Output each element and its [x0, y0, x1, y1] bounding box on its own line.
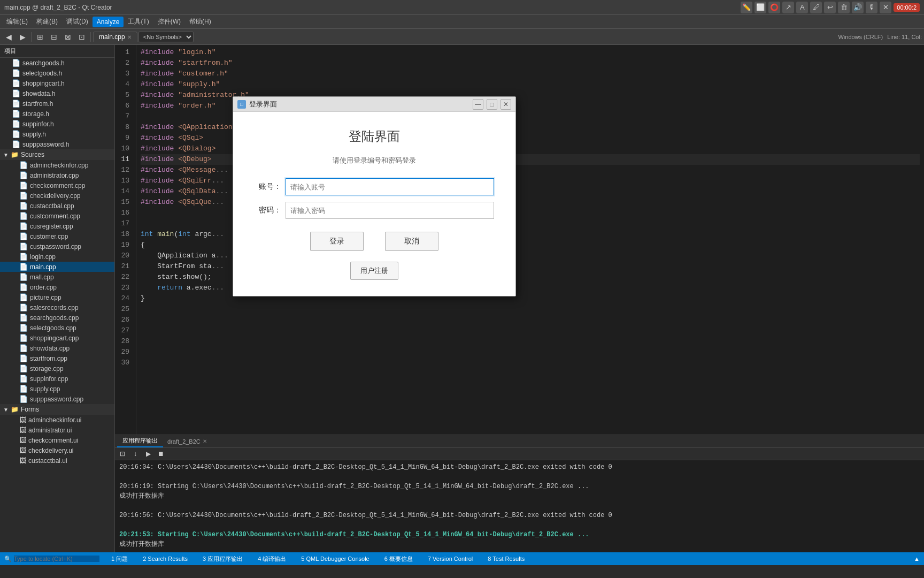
sidebar-item-suppinfor-h[interactable]: 📄 suppinfor.h: [0, 119, 114, 129]
tab-close-icon[interactable]: ✕: [127, 34, 132, 40]
sidebar-item-mall-cpp[interactable]: 📄 mall.cpp: [0, 272, 114, 282]
pencil-icon[interactable]: ✏️: [741, 2, 752, 13]
status-app-output[interactable]: 3 应用程序输出: [199, 555, 246, 563]
sidebar-item-admincheckinfor-cpp[interactable]: 📄 admincheckinfor.cpp: [0, 160, 114, 170]
toolbar-btn-6[interactable]: ⊡: [75, 31, 88, 43]
sidebar-item-checkcomment-ui[interactable]: 🖼 checkcomment.ui: [0, 435, 114, 445]
sidebar-item-picture-cpp[interactable]: 📄 picture.cpp: [0, 292, 114, 302]
sidebar-item-custacctbal-cpp[interactable]: 📄 custacctbal.cpp: [0, 201, 114, 211]
sidebar-item-checkcomment-cpp[interactable]: 📄 checkcomment.cpp: [0, 180, 114, 191]
ui-file-icon: 🖼: [19, 426, 26, 434]
menu-analyze[interactable]: Analyze: [93, 17, 124, 27]
sidebar-item-cusregister-cpp[interactable]: 📄 cusregister.cpp: [0, 221, 114, 231]
menu-help[interactable]: 帮助(H): [185, 16, 215, 28]
sidebar-item-storage-cpp[interactable]: 📄 storage.cpp: [0, 363, 114, 374]
menu-controls[interactable]: 控件(W): [153, 16, 185, 28]
sidebar-item-startfrom-cpp[interactable]: 📄 startfrom.cpp: [0, 353, 114, 363]
account-input[interactable]: [286, 178, 494, 195]
output-stop-btn[interactable]: ⏹: [156, 449, 166, 459]
tab-output[interactable]: 应用程序输出: [117, 435, 163, 447]
slash-icon[interactable]: ↗: [782, 2, 794, 13]
speaker-icon[interactable]: 🔊: [852, 2, 864, 13]
output-scroll-btn[interactable]: ↓: [130, 449, 141, 459]
mic-icon[interactable]: 🎙: [866, 2, 877, 13]
sidebar-item-showdata-cpp[interactable]: 📄 showdata.cpp: [0, 343, 114, 353]
sidebar-item-supply-h[interactable]: 📄 supply.h: [0, 129, 114, 139]
circle-icon[interactable]: ⭕: [768, 2, 780, 13]
code-line-30: [141, 358, 920, 368]
rectangle-icon[interactable]: ⬜: [754, 2, 766, 13]
cancel-btn[interactable]: 取消: [385, 232, 438, 251]
login-dialog[interactable]: □ 登录界面 — □ ✕ 登陆界面 请使用登录编号和密码登录 账号： 密码： 登…: [233, 96, 516, 296]
delete-icon[interactable]: 🗑: [838, 2, 850, 13]
dialog-minimize-btn[interactable]: —: [473, 99, 483, 110]
close-icon[interactable]: ✕: [880, 2, 891, 13]
password-input[interactable]: [286, 202, 494, 219]
output-tab-close-icon[interactable]: ✕: [203, 438, 207, 444]
sidebar-item-selectgoods-h[interactable]: 📄 selectgoods.h: [0, 68, 114, 78]
toolbar-btn-5[interactable]: ⊠: [61, 31, 74, 43]
dialog-close-btn[interactable]: ✕: [500, 99, 511, 110]
sidebar-item-showdata-h[interactable]: 📄 showdata.h: [0, 88, 114, 98]
menu-debug[interactable]: 调试(D): [62, 16, 93, 28]
search-input[interactable]: [14, 556, 99, 562]
menu-edit[interactable]: 编辑(E): [2, 16, 32, 28]
sidebar-item-shoppingcart-h[interactable]: 📄 shoppingcart.h: [0, 78, 114, 88]
file-icon: 📄: [19, 375, 28, 383]
status-search-results[interactable]: 2 Search Results: [140, 556, 191, 562]
login-btn[interactable]: 登录: [310, 232, 364, 251]
status-version-control[interactable]: 7 Version Control: [425, 556, 476, 562]
file-icon: 📄: [19, 171, 28, 179]
sidebar-item-admincheckinfor-ui[interactable]: 🖼 admincheckinfor.ui: [0, 415, 114, 425]
register-btn[interactable]: 用户注册: [350, 262, 398, 280]
forms-section[interactable]: ▼ 📁 Forms: [0, 404, 114, 415]
status-qml-debugger[interactable]: 5 QML Debugger Console: [298, 556, 372, 562]
sidebar-item-storage-h[interactable]: 📄 storage.h: [0, 109, 114, 119]
sidebar-item-customer-cpp[interactable]: 📄 customer.cpp: [0, 231, 114, 241]
sidebar-item-supply-cpp[interactable]: 📄 supply.cpp: [0, 384, 114, 394]
status-general-info[interactable]: 6 概要信息: [381, 555, 416, 563]
sidebar-item-searchgoods-cpp[interactable]: 📄 searchgoods.cpp: [0, 313, 114, 323]
toolbar-btn-4[interactable]: ⊟: [48, 31, 60, 43]
sidebar-item-checkdelivery-cpp[interactable]: 📄 checkdelivery.cpp: [0, 191, 114, 201]
highlight-icon[interactable]: 🖊: [810, 2, 822, 13]
dialog-maximize-btn[interactable]: □: [487, 99, 497, 110]
menu-build[interactable]: 构建(B): [32, 16, 62, 28]
timer-badge: 00:00:2: [894, 3, 920, 12]
sidebar-item-salesrecords-cpp[interactable]: 📄 salesrecords.cpp: [0, 302, 114, 313]
status-compile-output[interactable]: 4 编译输出: [255, 555, 289, 563]
sidebar-item-custpassword-cpp[interactable]: 📄 custpassword.cpp: [0, 241, 114, 252]
file-icon: 📄: [12, 120, 20, 128]
menu-tools[interactable]: 工具(T): [124, 16, 153, 28]
text-icon[interactable]: A: [796, 2, 808, 13]
sidebar-item-custacctbal-ui[interactable]: 🖼 custacctbal.ui: [0, 455, 114, 466]
toolbar-btn-3[interactable]: ⊞: [34, 31, 47, 43]
output-line-4: 成功打开数据库: [119, 491, 920, 501]
sidebar-item-custcomment-cpp[interactable]: 📄 custcomment.cpp: [0, 211, 114, 221]
sidebar-item-selectgoods-cpp[interactable]: 📄 selectgoods.cpp: [0, 323, 114, 333]
status-problems[interactable]: 1 问题: [108, 555, 131, 563]
sidebar-item-supppassword-cpp[interactable]: 📄 supppassword.cpp: [0, 394, 114, 404]
undo-icon[interactable]: ↩: [824, 2, 836, 13]
sidebar-item-order-cpp[interactable]: 📄 order.cpp: [0, 282, 114, 292]
dialog-title-text: 登录界面: [249, 100, 469, 109]
toolbar-btn-2[interactable]: ▶: [16, 31, 29, 43]
sidebar-item-administrator-cpp[interactable]: 📄 administrator.cpp: [0, 170, 114, 180]
tab-main-cpp[interactable]: main.cpp ✕: [93, 32, 137, 42]
sidebar-item-startfrom-h[interactable]: 📄 startfrom.h: [0, 98, 114, 109]
sources-section[interactable]: ▼ 📁 Sources: [0, 149, 114, 160]
sidebar-item-shoppingcart-cpp[interactable]: 📄 shoppingcart.cpp: [0, 333, 114, 343]
sidebar-item-checkdelivery-ui[interactable]: 🖼 checkdelivery.ui: [0, 445, 114, 455]
output-play-btn[interactable]: ▶: [143, 449, 153, 459]
sidebar-item-suppinfor-cpp[interactable]: 📄 suppinfor.cpp: [0, 374, 114, 384]
output-area[interactable]: 20:16:04: C:\Users\24430\Documents\c++\b…: [115, 460, 924, 552]
sidebar-item-administrator-ui[interactable]: 🖼 administrator.ui: [0, 425, 114, 435]
output-clear-btn[interactable]: ⊡: [117, 449, 128, 459]
sidebar-item-supppassword-h[interactable]: 📄 supppassword.h: [0, 139, 114, 149]
no-symbols-selector[interactable]: <No Symbols>: [138, 32, 194, 42]
sidebar-item-login-cpp[interactable]: 📄 login.cpp: [0, 252, 114, 262]
status-test-results[interactable]: 8 Test Results: [484, 556, 528, 562]
sidebar-item-searchgoods-h[interactable]: 📄 searchgoods.h: [0, 58, 114, 68]
toolbar-btn-1[interactable]: ◀: [2, 31, 15, 43]
sidebar-item-main-cpp[interactable]: 📄 main.cpp: [0, 262, 114, 272]
